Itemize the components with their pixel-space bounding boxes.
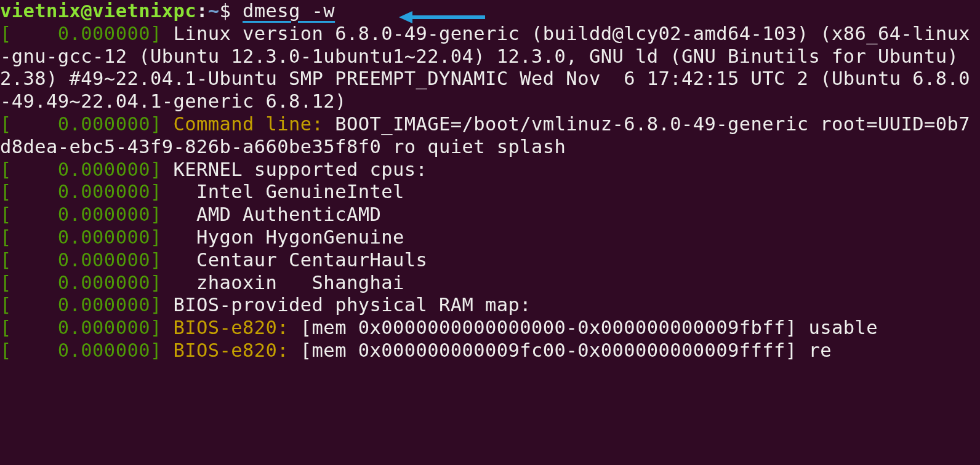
timestamp: [ 0.000000]: [0, 226, 173, 248]
svg-marker-1: [399, 11, 412, 23]
prompt-colon: :: [196, 0, 208, 22]
log-line: [ 0.000000] Centaur CentaurHauls: [0, 249, 427, 271]
timestamp: [ 0.000000]: [0, 204, 173, 225]
timestamp: [ 0.000000]: [0, 340, 173, 361]
log-text: Hygon HygonGenuine: [173, 226, 404, 248]
log-line: [ 0.000000] Hygon HygonGenuine: [0, 226, 404, 248]
log-line: [ 0.000000] Intel GenuineIntel: [0, 181, 404, 202]
prompt-line: vietnix@vietnixpc:~$ dmesg -w: [0, 0, 980, 23]
command-text: dmesg -w: [243, 0, 335, 22]
prompt-user: vietnix@vietnixpc: [0, 0, 196, 22]
timestamp: [ 0.000000]: [0, 159, 173, 180]
prompt-dollar: $: [220, 0, 243, 22]
log-line: [ 0.000000] Command line: BOOT_IMAGE=/bo…: [0, 113, 970, 157]
log-text: Centaur CentaurHauls: [173, 249, 427, 271]
log-line: [ 0.000000] BIOS-e820: [mem 0x0000000000…: [0, 317, 878, 338]
log-text: [mem 0x000000000009fc00-0x000000000009ff…: [300, 340, 832, 361]
log-line: [ 0.000000] BIOS-e820: [mem 0x0000000000…: [0, 340, 832, 361]
timestamp: [ 0.000000]: [0, 23, 173, 44]
timestamp: [ 0.000000]: [0, 249, 173, 271]
log-line: [ 0.000000] zhaoxin Shanghai: [0, 272, 404, 293]
prompt-path: ~: [208, 0, 220, 22]
log-text: zhaoxin Shanghai: [173, 272, 404, 293]
log-text: KERNEL supported cpus:: [173, 159, 427, 180]
timestamp: [ 0.000000]: [0, 272, 173, 293]
timestamp: [ 0.000000]: [0, 317, 173, 338]
log-text: AMD AuthenticAMD: [173, 204, 381, 225]
log-line: [ 0.000000] BIOS-provided physical RAM m…: [0, 294, 531, 316]
arrow-annotation-icon: [399, 10, 485, 25]
log-text: BIOS-provided physical RAM map:: [173, 294, 531, 316]
log-line: [ 0.000000] KERNEL supported cpus:: [0, 159, 427, 180]
log-line: [ 0.000000] AMD AuthenticAMD: [0, 204, 381, 225]
terminal-output[interactable]: vietnix@vietnixpc:~$ dmesg -w[ 0.000000]…: [0, 0, 980, 362]
log-text: Intel GenuineIntel: [173, 181, 404, 202]
timestamp: [ 0.000000]: [0, 181, 173, 202]
log-label: Command line:: [173, 113, 335, 135]
timestamp: [ 0.000000]: [0, 113, 173, 135]
log-text: [mem 0x0000000000000000-0x000000000009fb…: [300, 317, 878, 338]
log-line: [ 0.000000] Linux version 6.8.0-49-gener…: [0, 23, 970, 112]
timestamp: [ 0.000000]: [0, 294, 173, 316]
log-label: BIOS-e820:: [173, 340, 300, 361]
log-label: BIOS-e820:: [173, 317, 300, 338]
